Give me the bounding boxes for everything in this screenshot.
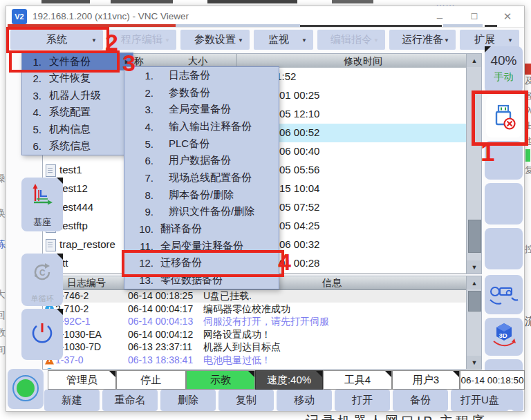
menu-item-label: 翻译备份 (160, 222, 202, 236)
menu-item-label: 现场总线配置备份 (169, 171, 252, 184)
scroll-up-icon[interactable]: ▲ (467, 276, 482, 289)
menu-item-number: 3. (22, 90, 41, 102)
status-user-level[interactable]: 管理员 (48, 370, 116, 390)
annotation-number-3: 3 (122, 50, 136, 77)
submenu-item-script-backup[interactable]: 8. 脚本备份/删除 (124, 187, 279, 204)
file-mtime: 05 07:52 (279, 201, 319, 213)
status-label: 示教 (210, 374, 231, 387)
close-button[interactable]: ✕ (492, 6, 523, 27)
log-row[interactable]: ! 2-710-2 06-14 00:04:17 编码器零位校准成功 (43, 303, 481, 316)
menu-monitor[interactable]: 监视▼ (254, 30, 313, 50)
left-edge-fragment: 间 (0, 344, 6, 356)
new-button[interactable]: 新建 (44, 390, 100, 411)
menu-run-prepare[interactable]: 运行准备▼ (389, 30, 456, 50)
submenu-item-plc-backup[interactable]: 5. PLC备份 (124, 135, 279, 153)
log-row[interactable]: ! 2-746-2 06-14 00:18:25 U盘已挂载. (43, 290, 481, 303)
3d-view-button[interactable]: 3D (485, 318, 523, 356)
col-mtime[interactable]: 修改时间 (344, 55, 382, 68)
status-label: 速度:40% (267, 374, 311, 387)
menu-item-number: 6. (124, 155, 153, 166)
scroll-down-icon[interactable]: ▼ (467, 260, 482, 274)
svg-text:3D: 3D (499, 332, 507, 339)
status-speed[interactable]: 速度:40% (255, 370, 323, 390)
copy-button[interactable]: 复制 (218, 390, 274, 411)
log-row[interactable]: ! 1-92C-1 06-14 00:04:13 伺服没有打开，请先打开伺服 (43, 316, 481, 328)
open-button[interactable]: 打开 (335, 390, 390, 411)
submenu-item-log-backup[interactable]: 1. 日志备份 (124, 67, 279, 84)
submenu-item-identify-file-backup[interactable]: 9. 辨识文件备份/删除 (124, 204, 279, 221)
file-name: test12 (59, 182, 88, 194)
log-row[interactable]: ! 1-37-0 06-13 18:38:41 电池电量过低！ (43, 354, 481, 367)
menu-item-file-restore[interactable]: 2. 文件恢复 ▶ (22, 70, 133, 88)
right-edge-fragment: 流 (525, 315, 531, 328)
side-button-blank-2[interactable] (485, 183, 523, 225)
chevron-down-icon: ▼ (507, 37, 513, 44)
menu-item-number: 2. (22, 73, 41, 84)
servo-power-button[interactable] (21, 309, 63, 360)
rename-button[interactable]: 重命名 (102, 390, 158, 411)
desktop: …… 操 换 练 大 回 数 间 及 各 入 出 也 复 控 流 记录机器人网口… (0, 0, 531, 420)
col-divider (236, 54, 237, 68)
submenu-item-fieldbus-backup[interactable]: 7. 现场总线配置备份 (124, 169, 279, 187)
log-message: 编码器零位校准成功 (203, 303, 290, 316)
corner-notch (485, 46, 491, 52)
menu-item-mechanism-info[interactable]: 5. 机构信息 (22, 121, 133, 138)
menu-item-number: 2. (124, 87, 153, 99)
file-scrollbar[interactable]: ▲ ▼ (466, 54, 482, 274)
status-run-state[interactable]: 停止 (116, 370, 186, 390)
menu-item-system-config[interactable]: 4. 系统配置 ▶ (22, 104, 133, 122)
status-teach-mode[interactable]: 示教 (186, 370, 255, 390)
menu-item-system-info[interactable]: 6. 系统信息 (22, 138, 133, 155)
submenu-item-translation-backup[interactable]: 10. 翻译备份 (124, 220, 279, 238)
scroll-down-icon[interactable]: ▼ (467, 356, 482, 369)
file-icon (46, 164, 56, 177)
status-user-frame[interactable]: 用户3 (392, 370, 460, 390)
menu-item-label: 脚本备份/删除 (169, 189, 234, 202)
log-time: 06-14 00:18:25 (128, 290, 193, 301)
move-button[interactable]: 移动 (277, 390, 332, 411)
file-mtime: 06 00:52 (279, 126, 319, 138)
corner-notch (453, 371, 459, 377)
file-icon (46, 239, 56, 251)
background-fragment (207, 0, 297, 3)
manual-mode-label: 手动 (485, 71, 523, 84)
menu-label: 扩展 (474, 33, 495, 46)
delete-button[interactable]: 删除 (160, 390, 216, 411)
menu-item-label: 参数备份 (169, 86, 210, 99)
clipped-button[interactable] (512, 390, 523, 411)
submenu-item-io-comment-backup[interactable]: 4. 输入输出注释备份 (124, 118, 279, 135)
open-usb-button[interactable]: 打开U盘 (451, 390, 509, 411)
scrollbar-thumb[interactable] (468, 220, 481, 253)
status-tool[interactable]: 工具4 (323, 370, 392, 390)
log-scrollbar[interactable]: ▲ ▼ (466, 276, 482, 369)
cycle-mode-button[interactable]: C 单循环 (21, 254, 63, 306)
corner-notch (57, 309, 63, 315)
log-message: 伺服没有打开，请先打开伺服 (203, 316, 329, 328)
start-button[interactable] (8, 369, 44, 409)
submenu-item-parameter-backup[interactable]: 2. 参数备份 (124, 84, 279, 102)
scroll-up-icon[interactable]: ▲ (467, 54, 482, 67)
menu-item-number: 6. (22, 140, 41, 152)
log-message: U盘已挂载. (203, 290, 252, 303)
annotation-box-2 (6, 27, 109, 53)
annotation-box-3 (9, 50, 120, 73)
coord-system-button[interactable]: 基座 (21, 178, 63, 231)
menu-item-label: 机器人升级 (49, 89, 101, 102)
log-time: 06-13 23:37:11 (128, 341, 192, 352)
side-button-blank-3[interactable] (485, 228, 523, 269)
menu-parameter-settings[interactable]: 参数设置▼ (180, 30, 250, 50)
menu-item-robot-upgrade[interactable]: 3. 机器人升级 ▶ (22, 87, 133, 104)
backup-button[interactable]: 备份 (393, 390, 448, 411)
log-row[interactable]: ! 2-1030-7D 06-13 23:37:11 机器人到达目标点 (43, 341, 481, 354)
submenu-item-user-data-backup[interactable]: 6. 用户数据备份 (124, 152, 279, 169)
drag-teach-button[interactable] (485, 275, 523, 314)
menu-item-number: 9. (124, 206, 153, 218)
log-message: 电池电量过低！ (203, 354, 271, 367)
status-label: 用户3 (413, 374, 439, 387)
status-label: 管理员 (66, 374, 97, 387)
scrollbar-thumb[interactable] (468, 291, 481, 312)
speed-value: 40% (485, 53, 523, 68)
log-row[interactable]: ! 2-1030-EA 06-14 00:04:12 网络设置成功！ (43, 329, 481, 341)
submenu-item-global-var-backup[interactable]: 3. 全局变量备份 (124, 101, 279, 118)
speed-mode-button[interactable]: 40% 手动 (485, 46, 523, 93)
